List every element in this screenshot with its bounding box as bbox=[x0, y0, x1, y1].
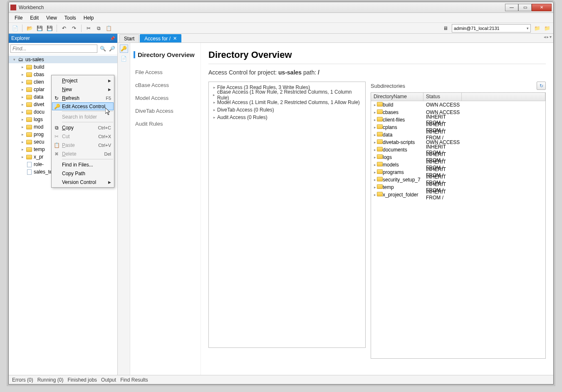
separator bbox=[22, 25, 22, 32]
rule-item[interactable]: ▸Audit Access (0 Rules) bbox=[210, 114, 364, 121]
maximize-button[interactable]: ▭ bbox=[518, 4, 532, 11]
status-errors[interactable]: Errors (0) bbox=[12, 377, 33, 383]
expand-icon[interactable]: ▸ bbox=[211, 115, 217, 119]
sidenav-item[interactable]: cBase Access bbox=[134, 79, 197, 92]
expand-icon[interactable]: ▸ bbox=[373, 185, 377, 189]
table-row[interactable]: ▸buildOWN ACCESS bbox=[371, 101, 545, 109]
expand-icon[interactable]: ▸ bbox=[211, 85, 217, 89]
ac-path: / bbox=[318, 69, 319, 76]
col-status[interactable]: Status bbox=[423, 93, 462, 101]
save-icon[interactable]: 💾 bbox=[36, 25, 43, 32]
menu-view[interactable]: View bbox=[43, 14, 60, 22]
expand-icon[interactable]: ▸ bbox=[373, 178, 377, 182]
doc-icon[interactable]: 📄 bbox=[120, 55, 128, 63]
expand-icon[interactable]: ▸ bbox=[20, 65, 25, 69]
tab-prev-icon[interactable]: ◂ bbox=[544, 35, 546, 39]
expand-icon[interactable]: ▾ bbox=[12, 57, 16, 62]
menu-item[interactable]: ⧉CopyCtrl+C bbox=[52, 123, 114, 132]
menu-tools[interactable]: Tools bbox=[61, 14, 79, 22]
status-finished[interactable]: Finished jobs bbox=[67, 377, 97, 383]
paste-icon[interactable]: 📋 bbox=[105, 25, 112, 32]
search-input[interactable] bbox=[10, 45, 97, 53]
menu-file[interactable]: File bbox=[11, 14, 26, 22]
tree-folder[interactable]: ▸build bbox=[9, 63, 117, 71]
pin-icon[interactable]: 📌 bbox=[110, 36, 115, 41]
menu-item[interactable]: Version Control▶ bbox=[52, 178, 114, 186]
rule-item[interactable]: ▸cBase Access (1 Row Rule, 2 Restricted … bbox=[210, 91, 364, 99]
menu-help[interactable]: Help bbox=[80, 14, 97, 22]
expand-icon[interactable]: ▸ bbox=[373, 163, 377, 167]
menu-item[interactable]: New▶ bbox=[52, 85, 114, 94]
tab-access[interactable]: Access for / ✕ bbox=[140, 34, 181, 42]
expand-icon[interactable]: ▸ bbox=[20, 125, 25, 129]
rules-box[interactable]: ▸File Access (3 Read Rules, 3 Write Rule… bbox=[208, 82, 366, 348]
refresh-subdirs-icon[interactable]: ↻ bbox=[537, 82, 546, 90]
search-icon[interactable]: 🔍 bbox=[99, 45, 106, 52]
menu-item[interactable]: ↻RefreshF5 bbox=[52, 94, 114, 102]
sidenav-item[interactable]: DiveTab Access bbox=[134, 104, 197, 117]
table-row[interactable]: ▸x_project_folderINHERIT FROM / bbox=[371, 191, 545, 198]
expand-icon[interactable]: ▸ bbox=[20, 155, 25, 159]
tab-close-icon[interactable]: ✕ bbox=[173, 36, 177, 41]
menu-item[interactable]: Project▶ bbox=[52, 76, 114, 85]
sidenav-item[interactable]: Audit Rules bbox=[134, 117, 197, 130]
col-dirname[interactable]: DirectoryName bbox=[371, 93, 423, 101]
menu-item[interactable]: 🔑Edit Access Control bbox=[52, 102, 114, 110]
menu-item[interactable]: Find in Files... bbox=[52, 160, 114, 169]
server-combo[interactable]: admin@71_local:2131 bbox=[452, 24, 531, 32]
file-icon bbox=[26, 161, 32, 167]
expand-icon[interactable]: ▸ bbox=[373, 170, 377, 174]
expand-icon[interactable]: ▸ bbox=[20, 87, 25, 92]
rule-item[interactable]: ▸DiveTab Access (0 Rules) bbox=[210, 106, 364, 114]
expand-icon[interactable]: ▸ bbox=[211, 100, 217, 104]
search-advanced-icon[interactable]: 🔎 bbox=[108, 45, 116, 52]
status-findresults[interactable]: Find Results bbox=[120, 377, 148, 383]
key-icon[interactable]: 🔑 bbox=[120, 45, 128, 53]
expand-icon[interactable]: ▸ bbox=[20, 72, 25, 77]
close-button[interactable]: ✕ bbox=[532, 4, 552, 11]
expand-icon[interactable]: ▸ bbox=[373, 193, 377, 197]
tab-list-icon[interactable]: ▾ bbox=[550, 35, 552, 39]
copy-icon[interactable]: ⧉ bbox=[95, 25, 102, 32]
expand-icon[interactable]: ▸ bbox=[373, 110, 377, 114]
expand-icon[interactable]: ▸ bbox=[211, 93, 217, 97]
minimize-button[interactable]: — bbox=[505, 4, 518, 11]
undo-icon[interactable]: ↶ bbox=[60, 25, 68, 32]
expand-icon[interactable]: ▸ bbox=[20, 117, 25, 122]
new-icon[interactable]: 📄 bbox=[11, 25, 19, 32]
sidenav-item[interactable]: Model Access bbox=[134, 92, 197, 104]
expand-icon[interactable]: ▸ bbox=[20, 140, 25, 144]
cut-icon[interactable]: ✂ bbox=[85, 25, 92, 32]
status-output[interactable]: Output bbox=[101, 377, 116, 383]
expand-icon[interactable]: ▸ bbox=[20, 110, 25, 114]
expand-icon[interactable]: ▸ bbox=[373, 103, 377, 107]
menu-item[interactable]: Copy Path bbox=[52, 169, 114, 178]
open-icon[interactable]: 📂 bbox=[26, 25, 33, 32]
expand-icon[interactable]: ▸ bbox=[373, 155, 377, 159]
status-running[interactable]: Running (0) bbox=[37, 377, 64, 383]
redo-icon[interactable]: ↷ bbox=[70, 25, 78, 32]
expand-icon[interactable]: ▸ bbox=[20, 80, 25, 84]
servers-icon[interactable]: 📁 bbox=[543, 25, 551, 32]
tree-root[interactable]: ▾ 🗂 us-sales bbox=[9, 56, 117, 63]
context-menu[interactable]: Project▶New▶↻RefreshF5🔑Edit Access Contr… bbox=[51, 75, 114, 188]
tab-start[interactable]: Start bbox=[119, 34, 139, 42]
expand-icon[interactable]: ▸ bbox=[20, 132, 25, 136]
sidenav-item[interactable]: File Access bbox=[134, 66, 197, 79]
expand-icon[interactable]: ▸ bbox=[373, 133, 377, 137]
menu-edit[interactable]: Edit bbox=[27, 14, 42, 22]
saveall-icon[interactable]: 💾 bbox=[46, 25, 53, 32]
expand-icon[interactable]: ▸ bbox=[20, 95, 25, 99]
expand-icon[interactable]: ▸ bbox=[211, 108, 217, 112]
expand-icon[interactable]: ▸ bbox=[20, 147, 25, 151]
table-row[interactable]: ▸dataINHERIT FROM / bbox=[371, 131, 545, 139]
expand-icon[interactable]: ▸ bbox=[373, 118, 377, 122]
rule-item[interactable]: ▸Model Access (1 Limit Rule, 2 Restricte… bbox=[210, 99, 364, 106]
expand-icon[interactable]: ▸ bbox=[373, 148, 377, 152]
connect-icon[interactable]: 📁 bbox=[533, 25, 541, 32]
tab-next-icon[interactable]: ▸ bbox=[547, 35, 549, 39]
grid-body[interactable]: ▸buildOWN ACCESS▸cbasesOWN ACCESS▸client… bbox=[371, 101, 545, 358]
expand-icon[interactable]: ▸ bbox=[20, 102, 25, 107]
expand-icon[interactable]: ▸ bbox=[373, 125, 377, 129]
expand-icon[interactable]: ▸ bbox=[373, 140, 377, 144]
